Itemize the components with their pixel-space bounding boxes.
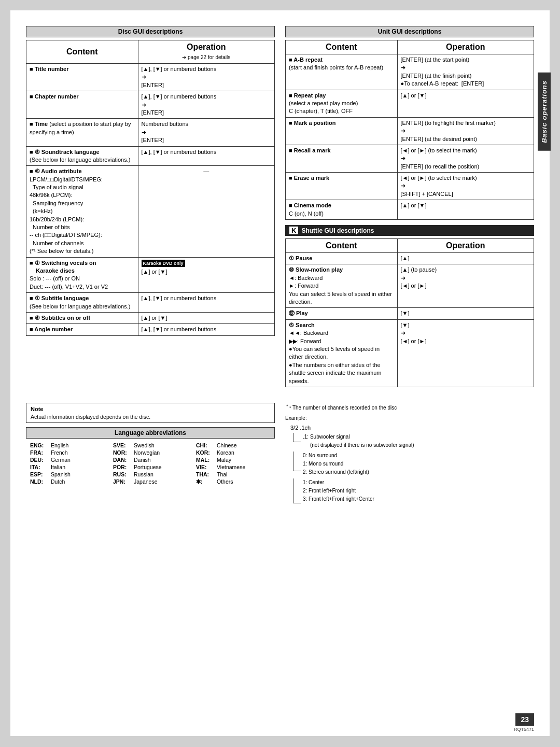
unit-h-op: [▲] or [▼] bbox=[397, 90, 534, 117]
unit-g-label: ■ A-B repeat bbox=[289, 57, 323, 63]
row-b-label: ■ Chapter number bbox=[30, 93, 79, 100]
row-b-op: [▲], [▼] or numbered buttons➜[ENTER] bbox=[138, 91, 274, 119]
table-row: SVE:Swedish bbox=[111, 442, 190, 449]
lang-code: RUS: bbox=[111, 471, 132, 478]
lang-col-2: SVE:Swedish NOR:Norwegian DAN:Danish POR… bbox=[109, 441, 192, 486]
row-a-content: ■ Title number bbox=[26, 64, 138, 91]
row-d1-op: [▲], [▼] or numbered buttons bbox=[138, 146, 274, 166]
table-row: ITA:Italian bbox=[28, 463, 107, 471]
page-inner: Disc GUI descriptions Content Operation … bbox=[26, 26, 534, 503]
row-d3-content: ■ ① Switching vocals on Karaoke discs So… bbox=[26, 257, 138, 293]
lang-code: JPN: bbox=[111, 478, 132, 485]
lang-subtable-3: CHI:Chinese KOR:Korean MAL:Malay VIE:Vie… bbox=[194, 442, 273, 485]
table-row: ■ ⑤ Soundtrack language (See below for l… bbox=[26, 146, 275, 166]
lang-code: VIE: bbox=[194, 463, 215, 471]
table-row: ■ ① Switching vocals on Karaoke discs So… bbox=[26, 257, 275, 293]
row-a-label: ■ Title number bbox=[30, 66, 69, 72]
lang-name: German bbox=[49, 456, 107, 463]
top-section: Disc GUI descriptions Content Operation … bbox=[26, 26, 534, 392]
unit-op-header: Operation bbox=[397, 40, 534, 54]
table-row: ■ Angle number [▲], [▼] or numbered butt… bbox=[26, 324, 275, 335]
unit-recall-label: ■ Recall a mark bbox=[289, 147, 331, 153]
page-number: 23 bbox=[515, 713, 534, 726]
lang-code: NLD: bbox=[28, 478, 49, 485]
table-row: KOR:Korean bbox=[194, 449, 273, 456]
lang-name: Thai bbox=[215, 471, 273, 478]
bottom-left: Note Actual information displayed depend… bbox=[26, 403, 275, 503]
table-row: ■ Title number [▲], [▼] or numbered butt… bbox=[26, 64, 275, 91]
table-row: ■ A-B repeat (start and finish points fo… bbox=[286, 54, 534, 90]
footnote-diagram: 3/2 .1ch .1: Subwoofer signal (not displ… bbox=[290, 424, 534, 503]
lang-code: ENG: bbox=[28, 442, 49, 449]
row-e1-label: ■ ① Subtitle language bbox=[30, 295, 89, 301]
table-row: ① Pause [▲] bbox=[286, 253, 534, 264]
disc-gui-table: Content Operation ➜ page 22 for details … bbox=[26, 40, 275, 336]
table-row: ■ Chapter number [▲], [▼] or numbered bu… bbox=[26, 91, 275, 119]
item-c: 1: Center bbox=[303, 478, 374, 487]
item-sub: .1: Subwoofer signal bbox=[303, 433, 414, 441]
lang-name: French bbox=[49, 449, 107, 456]
lang-code: KOR: bbox=[194, 449, 215, 456]
bracket-content-mid: 0: No surround 1: Mono surround 2: Stere… bbox=[303, 452, 369, 476]
bracket-content-left: .1: Subwoofer signal (not displayed if t… bbox=[303, 433, 414, 449]
lang-name: Portuguese bbox=[132, 463, 190, 471]
row-d2-op: — bbox=[138, 166, 274, 257]
table-row: ⑤ Search ◄◄: Backward ▶▶: Forward ●You c… bbox=[286, 319, 534, 387]
shuttle-slow-label: ⑩ Slow-motion play bbox=[289, 266, 343, 273]
row-a-op: [▲], [▼] or numbered buttons➜[ENTER] bbox=[138, 64, 274, 91]
unit-i-content: ■ Mark a position bbox=[286, 117, 398, 145]
lang-name: Japanese bbox=[132, 478, 190, 485]
diagram-main: 3/2 .1ch bbox=[290, 424, 534, 433]
disc-op-header: Operation ➜ page 22 for details bbox=[138, 40, 274, 64]
disc-op-subheader: ➜ page 22 for details bbox=[182, 54, 230, 60]
model-number: RQT5471 bbox=[514, 727, 534, 732]
shuttle-content-header: Content bbox=[286, 239, 398, 253]
shuttle-gui-header: K Shuttle GUI descriptions bbox=[285, 225, 534, 236]
table-row: FRA:French bbox=[28, 449, 107, 456]
footnote-star1: ＊¹ The number of channels recorded on th… bbox=[285, 403, 534, 412]
lang-name: Spanish bbox=[49, 471, 107, 478]
row-b-content: ■ Chapter number bbox=[26, 91, 138, 119]
lang-subtable-2: SVE:Swedish NOR:Norwegian DAN:Danish POR… bbox=[111, 442, 190, 485]
shuttle-slow-op: [▲] (to pause)➜[◄] or [►] bbox=[397, 264, 534, 308]
shuttle-op-header: Operation bbox=[397, 239, 534, 253]
lang-name: English bbox=[49, 442, 107, 449]
bracket-left bbox=[293, 433, 301, 442]
item-1: 1: Mono surround bbox=[303, 460, 369, 468]
table-row: ■ Erase a mark [◄] or [►] (to select the… bbox=[286, 173, 534, 200]
row-e1-op: [▲], [▼] or numbered buttons bbox=[138, 293, 274, 313]
table-row: POR:Portuguese bbox=[111, 463, 190, 471]
lang-name: Russian bbox=[132, 471, 190, 478]
item-2: 2: Stereo surround (left/right) bbox=[303, 468, 369, 476]
row-e2-op: [▲] or [▼] bbox=[138, 312, 274, 323]
item-all: 3: Front left+Front right+Center bbox=[303, 495, 374, 503]
shuttle-search-op: [▼]➜[◄] or [►] bbox=[397, 319, 534, 387]
lang-col-3: CHI:Chinese KOR:Korean MAL:Malay VIE:Vie… bbox=[192, 441, 275, 486]
lang-subtable-1: ENG:English FRA:French DEU:German ITA:It… bbox=[28, 442, 107, 485]
unit-recall-op: [◄] or [►] (to select the mark)➜[ENTER] … bbox=[397, 145, 534, 172]
table-row: JPN:Japanese bbox=[111, 478, 190, 485]
unit-g-content: ■ A-B repeat (start and finish points fo… bbox=[286, 54, 398, 90]
shuttle-play-label: ⑫ Play bbox=[289, 310, 308, 316]
table-row: ENG:English bbox=[28, 442, 107, 449]
language-table: ENG:English FRA:French DEU:German ITA:It… bbox=[26, 441, 275, 486]
unit-erase-op: [◄] or [►] (to select the mark)➜[SHIFT] … bbox=[397, 173, 534, 200]
unit-h-label: ■ Repeat play bbox=[289, 92, 326, 98]
row-d2-content: ■ ⑥ Audio attribute LPCM/□□Digital/DTS/M… bbox=[26, 166, 138, 257]
table-row: ■ ⑥ Subtitles on or off [▲] or [▼] bbox=[26, 312, 275, 323]
row-e2-content: ■ ⑥ Subtitles on or off bbox=[26, 312, 138, 323]
shuttle-pause-op: [▲] bbox=[397, 253, 534, 264]
diagram-front: 1: Center 2: Front left+Front right 3: F… bbox=[293, 478, 534, 503]
lang-name: Norwegian bbox=[132, 449, 190, 456]
row-f-content: ■ Angle number bbox=[26, 324, 138, 335]
diagram-surround: 0: No surround 1: Mono surround 2: Stere… bbox=[293, 452, 534, 476]
shuttle-pause-label: ① Pause bbox=[289, 255, 312, 261]
lang-name: Dutch bbox=[49, 478, 107, 485]
table-row: DAN:Danish bbox=[111, 456, 190, 463]
table-row: ESP:Spanish bbox=[28, 471, 107, 478]
row-c-op: Numbered buttons➜[ENTER] bbox=[138, 119, 274, 146]
footnote-example: Example: bbox=[285, 414, 534, 422]
left-column: Disc GUI descriptions Content Operation … bbox=[26, 26, 275, 392]
unit-i-op: [ENTER] (to highlight the first marker)➜… bbox=[397, 117, 534, 145]
row-d1-label: ■ ⑤ Soundtrack language bbox=[30, 149, 100, 155]
